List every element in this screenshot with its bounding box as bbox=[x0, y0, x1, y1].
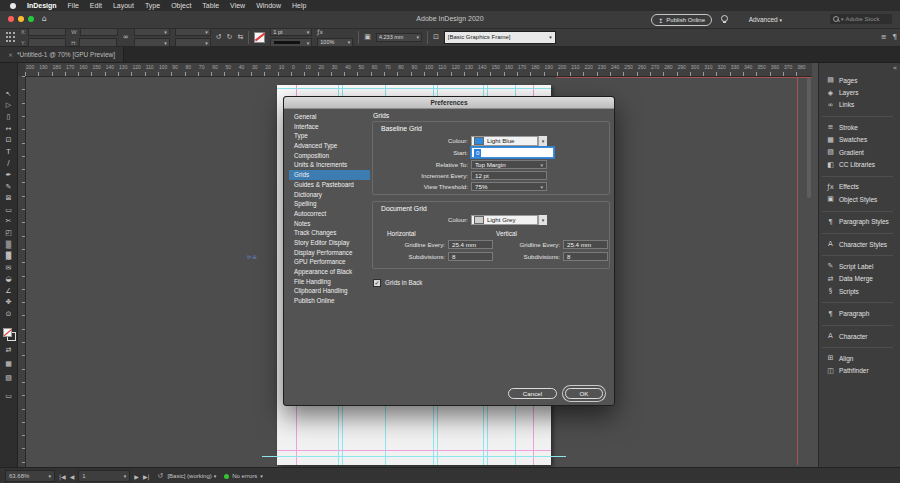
tool-measure[interactable]: ∠ bbox=[0, 285, 17, 297]
panel-tab-gradient[interactable]: ▨ Gradient bbox=[819, 146, 900, 158]
panel-tab-layers[interactable]: ◈ Layers bbox=[819, 86, 900, 98]
menu-item-help[interactable]: Help bbox=[292, 2, 306, 9]
previous-page-button[interactable]: ◀ bbox=[70, 473, 75, 480]
opacity-field[interactable]: 100% bbox=[317, 38, 353, 47]
menu-item-object[interactable]: Object bbox=[171, 2, 191, 9]
v-gridline-input[interactable]: 25.4 mm bbox=[563, 240, 608, 249]
tool-rectangle[interactable]: ▭ bbox=[0, 204, 17, 216]
preflight-sync-icon[interactable]: ↺ bbox=[158, 472, 164, 480]
height-field[interactable] bbox=[79, 38, 117, 47]
tool-zoom[interactable]: ⊙ bbox=[0, 308, 17, 320]
chevron-down-icon[interactable] bbox=[538, 215, 547, 225]
fill-none-swatch[interactable] bbox=[3, 328, 12, 337]
panel-tab-character-styles[interactable]: A Character Styles bbox=[819, 238, 900, 250]
flip-horizontal-icon[interactable]: ⇆ bbox=[237, 33, 243, 41]
corner-radius-field[interactable]: 4.233 mm bbox=[376, 33, 422, 42]
vertical-ruler[interactable] bbox=[17, 76, 26, 467]
panel-tab-cc-libraries[interactable]: ◧ CC Libraries bbox=[819, 158, 900, 170]
panel-tab-effects[interactable]: ƒx Effects bbox=[819, 181, 900, 193]
tool-pencil[interactable]: ✎ bbox=[0, 181, 17, 193]
menu-item-table[interactable]: Table bbox=[202, 2, 219, 9]
apple-logo-icon[interactable] bbox=[10, 3, 16, 9]
panel-tab-paragraph[interactable]: ¶ Paragraph bbox=[819, 307, 900, 319]
stroke-type-select[interactable] bbox=[270, 38, 312, 47]
lightbulb-icon[interactable] bbox=[721, 15, 728, 22]
preferences-nav-item-autocorrect[interactable]: Autocorrect bbox=[289, 209, 370, 219]
apply-gradient-button[interactable]: ▨ bbox=[0, 374, 17, 382]
increment-every-input[interactable]: 12 pt bbox=[471, 171, 547, 180]
tool-rectangle-frame[interactable]: ⊠ bbox=[0, 192, 17, 204]
panel-tab-align[interactable]: ⊞ Align bbox=[819, 352, 900, 364]
tool-page[interactable]: ▯ bbox=[0, 111, 17, 123]
menu-item-indesign[interactable]: InDesign bbox=[27, 2, 57, 9]
h-subdivisions-input[interactable]: 8 bbox=[448, 252, 493, 261]
tool-hand[interactable]: ✥ bbox=[0, 297, 17, 309]
shear-angle-field[interactable] bbox=[175, 38, 211, 47]
swap-fill-stroke-icon[interactable]: ⇄ bbox=[0, 346, 17, 354]
document-tab[interactable]: × *Untitled-1 @ 70% [GPU Preview] bbox=[0, 46, 124, 62]
preferences-nav-item-track-changes[interactable]: Track Changes bbox=[289, 228, 370, 238]
tool-direct-selection[interactable]: ▷ bbox=[0, 100, 17, 112]
preferences-nav-item-notes[interactable]: Notes bbox=[289, 219, 370, 229]
toggle-publish-icon[interactable]: ¶ bbox=[893, 33, 897, 41]
preferences-nav-item-clipboard-handling[interactable]: Clipboard Handling bbox=[289, 286, 370, 296]
ok-button[interactable]: OK bbox=[565, 388, 603, 399]
tool-content-collector[interactable]: ⊡ bbox=[0, 134, 17, 146]
frame-fitting-icon[interactable]: ⊡ bbox=[433, 33, 439, 41]
tool-note[interactable]: ✉ bbox=[0, 262, 17, 274]
preferences-nav-item-file-handling[interactable]: File Handling bbox=[289, 277, 370, 287]
apply-color-button[interactable]: ▦ bbox=[0, 360, 17, 368]
preflight-status-menu[interactable]: No errors▾ bbox=[224, 473, 263, 479]
rotate-cw-icon[interactable]: ↻ bbox=[227, 33, 233, 41]
preferences-nav-item-grids[interactable]: Grids bbox=[289, 170, 370, 180]
screen-mode-button[interactable]: ▭ bbox=[0, 392, 17, 400]
scale-y-field[interactable] bbox=[134, 38, 170, 47]
tool-selection[interactable]: ↖ bbox=[0, 88, 17, 100]
relative-to-select[interactable]: Top Margin bbox=[471, 160, 547, 169]
zoom-level-combo[interactable]: 63.68%▾ bbox=[5, 470, 55, 482]
preferences-nav-item-display-performance[interactable]: Display Performance bbox=[289, 248, 370, 258]
fill-none-swatch[interactable] bbox=[254, 32, 265, 43]
search-input[interactable]: ▾ Adobe Stock bbox=[830, 14, 892, 24]
preferences-nav-item-units-increments[interactable]: Units & Increments bbox=[289, 160, 370, 170]
h-gridline-input[interactable]: 25.4 mm bbox=[448, 240, 493, 249]
fill-stroke-proxy[interactable] bbox=[3, 328, 15, 340]
preferences-nav-item-guides-pasteboard[interactable]: Guides & Pasteboard bbox=[289, 180, 370, 190]
preferences-nav-item-publish-online[interactable]: Publish Online bbox=[289, 296, 370, 306]
start-input[interactable]: 0 bbox=[471, 147, 554, 158]
tool-scissors[interactable]: ✂ bbox=[0, 216, 17, 228]
app-title-bar[interactable]: ⌂ Adobe InDesign 2020 ↥ Publish Online A… bbox=[0, 11, 900, 29]
preferences-nav-item-appearance-of-black[interactable]: Appearance of Black bbox=[289, 267, 370, 277]
reference-point-proxy[interactable] bbox=[5, 32, 16, 43]
close-tab-icon[interactable]: × bbox=[8, 51, 13, 58]
panel-menu-icon[interactable]: ≡ bbox=[881, 33, 887, 41]
panel-tab-scripts[interactable]: § Scripts bbox=[819, 285, 900, 297]
tool-pen[interactable]: ✒ bbox=[0, 169, 17, 181]
tool-gradient-feather[interactable]: ▓ bbox=[0, 250, 17, 262]
workspace-switcher[interactable]: Advanced ▾ bbox=[749, 16, 782, 23]
preflight-profile-menu[interactable]: [Basic] (working)▾ bbox=[167, 473, 216, 479]
tool-gradient-swatch[interactable]: ▒ bbox=[0, 239, 17, 251]
v-subdivisions-input[interactable]: 8 bbox=[563, 252, 608, 261]
last-page-button[interactable]: ▶| bbox=[143, 473, 150, 480]
rotate-ccw-icon[interactable]: ↺ bbox=[216, 33, 222, 41]
corner-options-icon[interactable]: ▣ bbox=[364, 33, 371, 41]
tool-eyedropper[interactable]: ◒ bbox=[0, 274, 17, 286]
y-position-field[interactable] bbox=[28, 38, 66, 47]
menu-item-file[interactable]: File bbox=[68, 2, 79, 9]
preferences-nav-item-advanced-type[interactable]: Advanced Type bbox=[289, 141, 370, 151]
panel-tab-script-label[interactable]: ✎ Script Label bbox=[819, 260, 900, 272]
menu-item-window[interactable]: Window bbox=[256, 2, 281, 9]
page-number-combo[interactable]: 1▾ bbox=[78, 470, 130, 482]
preferences-nav-item-spelling[interactable]: Spelling bbox=[289, 199, 370, 209]
panel-tab-object-styles[interactable]: ▣ Object Styles bbox=[819, 193, 900, 205]
preferences-nav-item-interface[interactable]: Interface bbox=[289, 122, 370, 132]
chevron-down-icon[interactable] bbox=[538, 136, 547, 146]
grids-in-back-checkbox[interactable]: ✓ bbox=[373, 279, 381, 287]
tool-gap[interactable]: ↔ bbox=[0, 123, 17, 135]
first-page-button[interactable]: |◀ bbox=[59, 473, 66, 480]
object-style-select[interactable]: [Basic Graphics Frame] bbox=[444, 31, 556, 44]
tool-type[interactable]: T bbox=[0, 146, 17, 158]
menu-item-layout[interactable]: Layout bbox=[113, 2, 134, 9]
view-threshold-combo[interactable]: 75% bbox=[471, 182, 547, 191]
